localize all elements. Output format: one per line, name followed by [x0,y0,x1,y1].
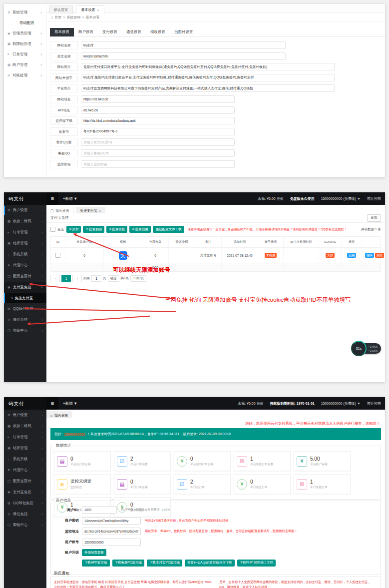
field-input[interactable] [81,128,235,135]
balance-text[interactable]: 余额: ¥5.00 充值 [258,196,283,201]
account-dropdown[interactable]: 15000000000 (免费版) ▼ [321,196,361,201]
sidebar-item[interactable]: ◉ 管理员管理 ∨ [4,28,46,38]
merchant-field-input[interactable] [82,506,117,514]
merchant-field-label: 商户密钥 [54,518,79,523]
per-page-select[interactable]: 10条/页 [130,275,146,282]
sidebar-item[interactable]: ⇄ 对账处理 ∨ [4,70,46,80]
arrow-icon: › [11,296,12,300]
sidebar-item[interactable]: ✚ 代理中心 › [4,260,46,271]
settings-tab[interactable]: 当面付设置 [170,28,198,36]
merchant-field-input[interactable] [82,517,141,525]
toolbar-button[interactable]: ⊕添加 [66,226,81,233]
field-input[interactable] [81,41,286,49]
upgrade-button[interactable]: 升级续费套餐 [82,549,106,556]
download-button[interactable]: 下载APP监控端 [82,560,110,567]
account-dropdown[interactable]: 15000000000 (免费版) ▼ [321,401,361,406]
sidebar-item[interactable]: ▦ 收款二维码 › [4,216,46,227]
sidebar-item[interactable]: ⚙ 系统管理 ∧ [4,7,46,17]
sidebar-item[interactable]: ▦ 商户管理 ∨ [4,59,46,70]
tab-basic-settings[interactable]: 基本设置× [76,5,104,14]
sidebar-item[interactable]: ▣ 权限组管理 ∨ [4,38,46,49]
field-input[interactable] [81,52,286,60]
page-1-button[interactable]: 1 [61,275,71,282]
sidebar-item[interactable]: ▣ 结算管理 › [4,238,46,249]
prev-page-button[interactable]: ‹ [50,275,60,282]
home-link[interactable]: 前往官网 [367,196,381,201]
toolbar-button[interactable]: ⊕批量启用 [129,226,150,233]
sidebar-item[interactable]: ≡ 订单管理 › [4,432,46,443]
download-button[interactable]: 下载PHP SDK接口文档 [237,560,276,567]
sidebar-item[interactable]: ▦ 收款二维码 › [4,421,46,432]
sidebar-item[interactable]: ⓘ 帮助中心 › [4,325,46,336]
toolbar-button[interactable]: 免挂配置文件下载 [153,226,184,233]
edit-button[interactable]: 编辑 [365,253,374,257]
toolbar-button[interactable]: ⊖批量删除 [83,226,104,233]
tab-home[interactable]: 默认首页 [49,5,73,14]
column-header: 添加时间 [222,237,258,247]
new-menu-button[interactable]: +新增 ▼ [63,397,77,410]
settings-tab[interactable]: 模板设置 [146,28,170,36]
yen-circle-icon: ¥ [237,479,247,490]
cookie-status-badge: 失效 [326,253,335,257]
sidebar-item[interactable]: ↑ 系统升级 › [4,454,46,465]
toolbar-button[interactable]: ⊕批量模板 [106,226,127,233]
sidebar-item[interactable]: ▢ 配置当面付 › [4,476,46,487]
sidebar-item[interactable]: ⓘ 帮助中心 › [4,520,46,531]
qq-wallet-icon: ◍ [7,501,13,505]
sidebar-item[interactable]: ◉ 支付宝免挂 › [4,487,46,498]
select-all-checkbox[interactable] [50,227,55,232]
field-input[interactable] [81,74,335,81]
field-input[interactable] [81,95,235,103]
tab-label: 免挂支付宝 [80,208,97,213]
hamburger-icon[interactable]: ≡ [46,397,58,410]
settings-tab[interactable]: 商户设置 [74,28,98,36]
settings-tab[interactable]: 通道设置 [122,28,146,36]
balance-text[interactable]: 余额: ¥5.00 充值 [238,401,263,406]
sidebar-item[interactable]: ≡ 订单管理 › [4,227,46,238]
sidebar-subitem-alipay-free[interactable]: ›免挂支付宝 [4,293,46,303]
download-button[interactable]: 下载电脑PC监控端 [112,560,145,567]
field-input[interactable] [81,106,235,114]
brand-logo[interactable]: 码支付 [4,192,46,205]
sidebar-item[interactable]: ⚙ 商户设置 › [4,410,46,421]
settings-tab[interactable]: 基本设置 [50,28,74,36]
download-button[interactable]: 下载支付宝PC监控端 [147,560,182,567]
home-link[interactable]: 前往官网 [367,401,381,406]
merchant-field-input[interactable] [82,539,141,546]
field-input[interactable] [81,63,335,70]
page-jump-input[interactable] [91,275,101,282]
merchant-field-input[interactable] [82,528,141,535]
field-input[interactable] [81,149,235,157]
net-speed-widget[interactable]: 31s • 0.4K/s • 0.1K/s [351,340,382,357]
new-menu-button[interactable]: +新增 ▼ [63,192,77,205]
sidebar-item[interactable]: ◎ 微信免挂 › [4,509,46,520]
sidebar-item[interactable]: ▢ 配置当面付 › [4,271,46,282]
close-icon[interactable]: × [99,209,101,213]
sidebar-item[interactable]: ≡ 订单管理 ∨ [4,49,46,59]
field-input[interactable] [81,138,235,146]
sidebar-item[interactable]: ▣ 结算管理 › [4,443,46,454]
sidebar-item[interactable]: ↑ 系统升级 › [4,249,46,260]
close-icon[interactable]: × [97,8,99,12]
sidebar-item[interactable]: ◉ 支付宝免挂 ∨ [4,282,46,293]
field-input[interactable] [81,84,335,92]
sidebar-item[interactable]: ✚ 代理中心 › [4,465,46,476]
refresh-button[interactable]: 刷新 [367,214,381,222]
sidebar-item[interactable]: ⚙ 商户设置 › [4,205,46,216]
sidebar-item[interactable]: ◍ QQ钱包免挂 › [4,498,46,509]
settings-tab[interactable]: 支付设置 [98,28,122,36]
breadcrumb-home[interactable]: 首页 [54,15,61,20]
fail-clipboard-icon: ☒ [237,456,247,467]
sidebar-item[interactable]: 基础配置 [4,17,46,28]
delete-button[interactable]: 删除 [375,253,384,257]
next-page-button[interactable]: › [72,275,82,282]
row-checkbox[interactable] [55,253,60,258]
confirm-button[interactable]: 确定 [108,275,119,282]
hamburger-icon[interactable]: ≡ [46,192,58,205]
field-input[interactable] [81,160,235,168]
banner-detail: ！本次登录时间2021-07-09 08:00:14，登录IP: 36.56.3… [87,432,231,437]
breadcrumb-section[interactable]: 系统管理 [66,15,80,20]
brand-logo[interactable]: 码支付 [4,397,46,410]
field-input[interactable] [81,117,235,124]
download-button[interactable]: 需要什么App的监控端自行下载 [185,560,235,567]
